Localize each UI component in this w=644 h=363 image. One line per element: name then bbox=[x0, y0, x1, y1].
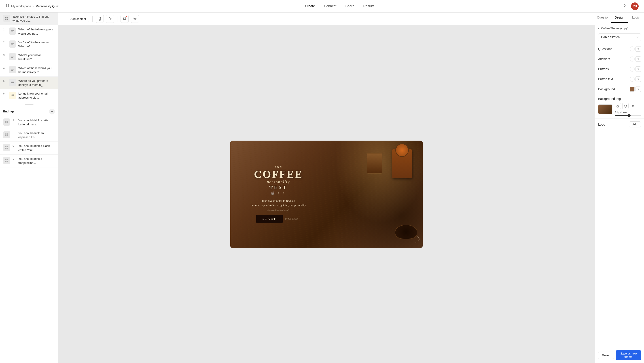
bg-copy-button[interactable] bbox=[615, 103, 621, 109]
tab-logic[interactable]: Logic bbox=[628, 12, 644, 23]
answers-chevron[interactable]: ∨ bbox=[636, 56, 641, 62]
background-color-dot[interactable] bbox=[630, 87, 634, 92]
bottom-actions: Revert Save as new theme bbox=[595, 347, 644, 363]
svg-rect-30 bbox=[7, 135, 8, 136]
svg-rect-0 bbox=[6, 4, 7, 5]
svg-rect-25 bbox=[5, 122, 6, 123]
sidebar-item-q3[interactable]: 3 What's your ideal breakfast? bbox=[0, 51, 58, 64]
logo-row: Logo Add bbox=[595, 119, 644, 130]
tab-question[interactable]: Question bbox=[595, 12, 611, 23]
settings-button[interactable] bbox=[131, 15, 139, 23]
questions-label: Questions bbox=[598, 47, 612, 51]
svg-point-42 bbox=[134, 18, 136, 19]
svg-rect-23 bbox=[5, 121, 6, 122]
sidebar-item-q5[interactable]: 5 Where do you prefer to drink your morn… bbox=[0, 77, 58, 89]
current-page-label: Personality Quiz bbox=[36, 4, 58, 8]
breadcrumb: My workspace › Personality Quiz bbox=[5, 4, 58, 8]
q5-text: Where do you prefer to drink your mornin… bbox=[18, 79, 55, 87]
add-logo-button[interactable]: Add bbox=[629, 121, 641, 127]
background-controls: ∨ bbox=[630, 86, 641, 92]
q3-number: 3 bbox=[3, 53, 7, 57]
logo-label: Logo bbox=[598, 123, 605, 126]
start-button[interactable]: START bbox=[256, 215, 283, 223]
coffee-card: THE Coffee personality TEST ☕ ✦ ✦ Take f… bbox=[230, 141, 422, 248]
q6-number: 6 bbox=[3, 92, 7, 95]
sidebar-item-q1[interactable]: 1 Which of the following pets would you … bbox=[0, 25, 58, 38]
ending-d-letter: D bbox=[12, 157, 16, 160]
ending-item-c[interactable]: C You should drink a black coffee You'r.… bbox=[0, 142, 58, 154]
button-text-chevron[interactable]: ∨ bbox=[636, 76, 641, 82]
ending-b-text: You should drink an espresso It's... bbox=[18, 131, 55, 139]
ending-a-icon bbox=[3, 118, 10, 126]
svg-marker-41 bbox=[109, 17, 111, 20]
answers-color-dot[interactable] bbox=[630, 56, 634, 61]
questions-chevron[interactable]: ∨ bbox=[636, 46, 641, 52]
theme-section: ‹ Coffee Theme (copy) Cabin Sketch bbox=[595, 23, 644, 44]
coffee-personality-text: personality bbox=[254, 180, 303, 184]
sidebar-item-cover[interactable]: Take five minutes to find out what type … bbox=[0, 12, 58, 25]
nav-tab-results[interactable]: Results bbox=[359, 2, 379, 10]
user-avatar[interactable]: RH bbox=[631, 2, 639, 10]
help-icon[interactable]: ? bbox=[621, 2, 628, 10]
ending-d-icon bbox=[3, 157, 10, 164]
background-chevron[interactable]: ∨ bbox=[636, 86, 641, 92]
workspace-label[interactable]: My workspace bbox=[11, 4, 31, 8]
coffee-jar bbox=[367, 153, 382, 173]
back-row[interactable]: ‹ Coffee Theme (copy) bbox=[598, 26, 641, 30]
theme-select-wrapper: Cabin Sketch bbox=[598, 33, 641, 41]
nav-tab-connect[interactable]: Connect bbox=[320, 2, 341, 10]
svg-rect-1 bbox=[8, 4, 9, 5]
q2-text: You're off to the cinema. Which of... bbox=[18, 40, 55, 48]
main-layout: Take five minutes to find out what type … bbox=[0, 12, 644, 363]
sidebar-item-q2[interactable]: 2 You're off to the cinema. Which of... bbox=[0, 38, 58, 51]
theme-select-dropdown[interactable]: Cabin Sketch bbox=[598, 33, 641, 41]
add-ending-button[interactable]: + bbox=[49, 109, 55, 114]
ending-a-letter: A bbox=[12, 118, 16, 122]
questions-color-dot[interactable] bbox=[630, 46, 634, 51]
save-theme-button[interactable]: Save as new theme bbox=[616, 350, 641, 360]
nav-tab-create[interactable]: Create bbox=[300, 2, 320, 10]
buttons-color-dot[interactable] bbox=[630, 67, 634, 71]
bg-thumbnail[interactable] bbox=[598, 104, 612, 114]
coffee-cup bbox=[393, 225, 420, 243]
ending-d-text: You should drink a frappuccino... bbox=[18, 157, 55, 165]
bg-action-buttons bbox=[615, 103, 641, 109]
brightness-slider[interactable] bbox=[615, 115, 641, 116]
bg-refresh-button[interactable] bbox=[622, 103, 628, 109]
svg-rect-34 bbox=[7, 148, 8, 149]
topbar-actions: ? RH bbox=[621, 2, 639, 10]
ending-item-d[interactable]: D You should drink a frappuccino... bbox=[0, 155, 58, 167]
panel-tabs: Question Design Logic bbox=[595, 12, 644, 23]
ending-item-a[interactable]: A You should drink a latte Latte drinker… bbox=[0, 116, 58, 129]
q6-icon: ✉ bbox=[9, 92, 16, 99]
add-content-button[interactable]: + + Add content bbox=[62, 16, 89, 22]
design-row-button-text: Button text ∨ bbox=[595, 74, 644, 84]
breadcrumb-separator: › bbox=[33, 4, 34, 8]
coffee-desc-line1: Take five minutes to find out bbox=[251, 199, 306, 203]
coffee-description: Take five minutes to find out out what t… bbox=[251, 199, 306, 211]
bg-img-label: Background img bbox=[598, 97, 641, 101]
tab-design[interactable]: Design bbox=[611, 12, 628, 23]
svg-rect-27 bbox=[5, 133, 6, 135]
play-button[interactable] bbox=[106, 15, 114, 23]
ending-item-b[interactable]: B You should drink an espresso It's... bbox=[0, 129, 58, 142]
mobile-preview-button[interactable] bbox=[96, 15, 104, 23]
bg-right-controls: Brightness bbox=[615, 103, 641, 116]
ending-a-text: You should drink a latte Latte drinkers.… bbox=[18, 118, 55, 126]
revert-button[interactable]: Revert bbox=[598, 352, 614, 359]
button-text-color-dot[interactable] bbox=[630, 77, 634, 82]
background-label: Background bbox=[598, 87, 615, 91]
svg-rect-28 bbox=[7, 133, 8, 135]
coffee-main-text: Coffee bbox=[254, 169, 303, 180]
bg-delete-button[interactable] bbox=[630, 103, 636, 109]
nav-tab-share[interactable]: Share bbox=[341, 2, 359, 10]
notifications-button[interactable] bbox=[120, 15, 128, 23]
quiz-preview-card: THE Coffee personality TEST ☕ ✦ ✦ Take f… bbox=[230, 141, 422, 248]
sidebar-item-q6[interactable]: 6 ✉ Let us know your email address to si… bbox=[0, 89, 58, 102]
sidebar-item-q4[interactable]: 4 Which of these would you be most likel… bbox=[0, 64, 58, 77]
questions-sidebar: Take five minutes to find out what type … bbox=[0, 12, 58, 363]
bg-thumbnail-preview bbox=[598, 105, 612, 114]
back-arrow-icon: ‹ bbox=[598, 26, 599, 30]
buttons-chevron[interactable]: ∨ bbox=[636, 66, 641, 72]
q5-icon bbox=[9, 79, 16, 86]
